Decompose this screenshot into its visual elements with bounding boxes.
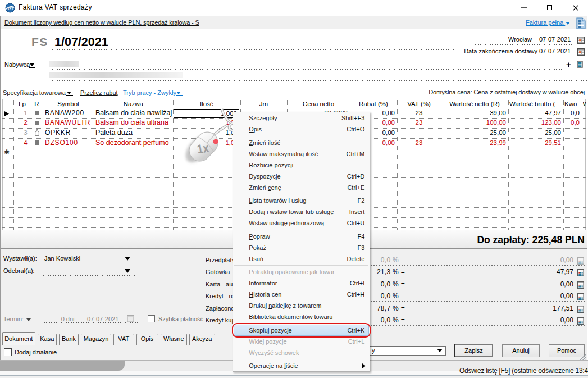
svg-text:GT: GT	[8, 6, 14, 11]
svg-text:1x: 1x	[197, 141, 210, 157]
